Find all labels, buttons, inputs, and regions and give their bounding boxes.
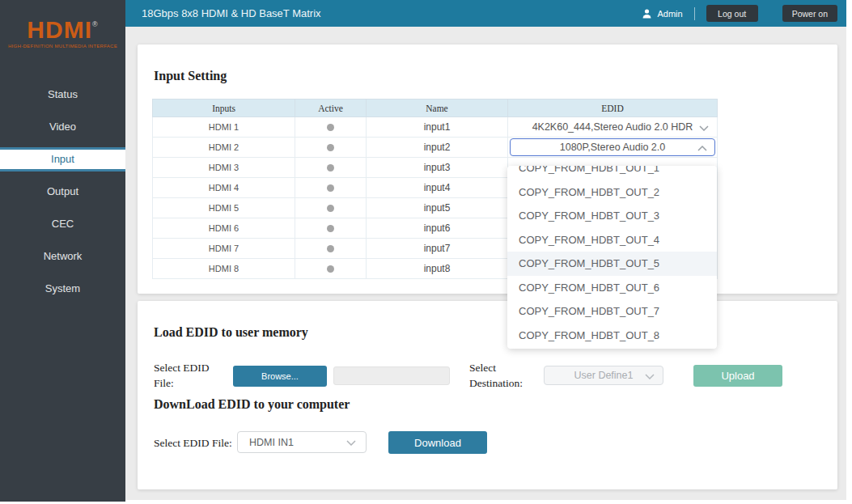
download-source-select[interactable]: HDMI IN1	[237, 431, 367, 453]
column-header-active: Active	[295, 100, 367, 117]
topbar-divider	[694, 7, 695, 20]
browse-button[interactable]: Browse...	[233, 366, 327, 387]
download-edid-title: DownLoad EDID to your computer	[154, 397, 350, 412]
sidebar-item-status[interactable]: Status	[0, 78, 125, 111]
sidebar-item-label: Video	[0, 117, 125, 137]
active-cell	[295, 158, 367, 178]
name-cell: input8	[367, 259, 508, 279]
edid-select-open[interactable]: 1080P,Stereo Audio 2.0	[510, 138, 715, 156]
sidebar: HDMI® HIGH-DEFINITION MULTIMEDIA INTERFA…	[0, 0, 125, 502]
download-source-value: HDMI IN1	[249, 437, 294, 448]
edid-option[interactable]: COPY_FROM_HDBT_OUT_6	[507, 276, 717, 300]
name-cell: input2	[367, 138, 508, 158]
hdmi-logo-word: HDMI	[27, 16, 92, 43]
active-cell	[295, 259, 367, 279]
column-header-inputs: Inputs	[153, 100, 295, 117]
active-cell	[295, 138, 367, 158]
sidebar-item-cec[interactable]: CEC	[0, 208, 125, 240]
select-destination-label: Select Destination:	[469, 361, 546, 392]
sidebar-item-output[interactable]: Output	[0, 176, 125, 208]
active-indicator	[327, 205, 334, 212]
active-indicator	[327, 164, 334, 172]
input-port-cell: HDMI 5	[153, 198, 295, 218]
active-cell	[295, 198, 367, 218]
main-content: Input Setting InputsActiveNameEDID HDMI …	[125, 27, 846, 500]
sidebar-item-label: Status	[0, 85, 125, 104]
active-indicator	[327, 245, 334, 252]
name-cell: input5	[367, 198, 508, 218]
name-cell: input1	[367, 117, 508, 138]
active-cell	[295, 117, 367, 138]
active-cell	[295, 178, 367, 198]
input-port-cell: HDMI 3	[153, 158, 295, 178]
input-setting-title: Input Setting	[154, 69, 227, 83]
edid-option[interactable]: COPY_FROM_HDBT_OUT_8	[507, 324, 717, 348]
username-label: Admin	[657, 9, 682, 19]
chevron-up-icon	[697, 146, 707, 151]
edid-cell: 4K2K60_444,Stereo Audio 2.0 HDR	[508, 117, 718, 138]
load-edid-title: Load EDID to user memory	[154, 325, 308, 340]
edid-option[interactable]: COPY_FROM_HDBT_OUT_7	[507, 299, 717, 324]
page-title: 18Gbps 8x8 HDMI & HD BaseT Matrix	[142, 0, 321, 27]
edid-file-input[interactable]	[333, 366, 450, 385]
logout-button[interactable]: Log out	[706, 5, 758, 22]
destination-select-value: User Define1	[574, 370, 634, 381]
destination-select[interactable]: User Define1	[544, 366, 663, 385]
input-port-cell: HDMI 4	[153, 178, 295, 198]
sidebar-item-video[interactable]: Video	[0, 111, 125, 143]
chevron-down-icon	[699, 125, 709, 131]
sidebar-item-input[interactable]: Input	[0, 143, 125, 176]
input-port-cell: HDMI 7	[153, 239, 295, 259]
table-header-row: InputsActiveNameEDID	[153, 100, 718, 117]
input-port-cell: HDMI 2	[153, 138, 295, 158]
edid-dropdown-list: COPY_FROM_HDBT_OUT_1COPY_FROM_HDBT_OUT_2…	[507, 166, 717, 347]
download-file-label: Select EDID File:	[154, 436, 232, 451]
download-button[interactable]: Download	[388, 431, 487, 454]
person-icon	[642, 9, 651, 19]
sidebar-item-label: Network	[0, 247, 125, 266]
chevron-down-icon	[346, 440, 356, 446]
edid-dropdown-panel: COPY_FROM_HDBT_OUT_1COPY_FROM_HDBT_OUT_2…	[507, 166, 717, 349]
chevron-down-icon	[645, 374, 655, 379]
edid-select-value: 1080P,Stereo Audio 2.0	[560, 142, 665, 153]
sidebar-item-system[interactable]: System	[0, 273, 125, 305]
edid-memory-panel: Load EDID to user memory Select EDID Fil…	[138, 301, 837, 489]
edid-option[interactable]: COPY_FROM_HDBT_OUT_1	[507, 166, 717, 180]
active-cell	[295, 218, 367, 239]
column-header-edid: EDID	[508, 100, 718, 117]
edid-option[interactable]: COPY_FROM_HDBT_OUT_3	[507, 204, 717, 228]
name-cell: input4	[367, 178, 508, 198]
name-cell: input6	[367, 218, 508, 239]
upload-button[interactable]: Upload	[693, 365, 782, 387]
active-indicator	[327, 265, 334, 273]
power-on-button[interactable]: Power on	[782, 5, 837, 22]
active-indicator	[327, 225, 334, 232]
edid-select-value: 4K2K60_444,Stereo Audio 2.0 HDR	[532, 121, 693, 133]
edid-option[interactable]: COPY_FROM_HDBT_OUT_5	[507, 252, 717, 276]
active-indicator	[327, 144, 334, 151]
hdmi-logo: HDMI® HIGH-DEFINITION MULTIMEDIA INTERFA…	[0, 11, 125, 49]
name-cell: input3	[367, 158, 508, 178]
app: HDMI® HIGH-DEFINITION MULTIMEDIA INTERFA…	[0, 0, 852, 504]
edid-cell: 1080P,Stereo Audio 2.0	[508, 138, 718, 158]
select-edid-file-label: Select EDID File:	[154, 361, 223, 392]
sidebar-item-label: Output	[0, 182, 125, 201]
input-table-row: HDMI 1input14K2K60_444,Stereo Audio 2.0 …	[153, 117, 718, 138]
sidebar-nav: StatusVideoInputOutputCECNetworkSystem	[0, 78, 125, 305]
topbar: 18Gbps 8x8 HDMI & HD BaseT Matrix Admin …	[125, 0, 846, 27]
sidebar-item-label: Input	[0, 147, 125, 172]
registered-mark: ®	[92, 20, 99, 28]
sidebar-item-network[interactable]: Network	[0, 240, 125, 273]
name-cell: input7	[367, 239, 508, 259]
edid-option[interactable]: COPY_FROM_HDBT_OUT_2	[507, 180, 717, 205]
column-header-name: Name	[367, 100, 508, 117]
sidebar-item-label: System	[0, 279, 125, 299]
input-table-row: HDMI 2input21080P,Stereo Audio 2.0	[153, 138, 718, 158]
input-setting-panel: Input Setting InputsActiveNameEDID HDMI …	[138, 44, 837, 294]
input-port-cell: HDMI 1	[153, 117, 295, 138]
hdmi-logo-text: HDMI®	[0, 11, 125, 43]
edid-option[interactable]: COPY_FROM_HDBT_OUT_4	[507, 228, 717, 252]
edid-select[interactable]: 4K2K60_444,Stereo Audio 2.0 HDR	[508, 117, 717, 137]
input-port-cell: HDMI 8	[153, 259, 295, 279]
active-indicator	[327, 124, 334, 131]
